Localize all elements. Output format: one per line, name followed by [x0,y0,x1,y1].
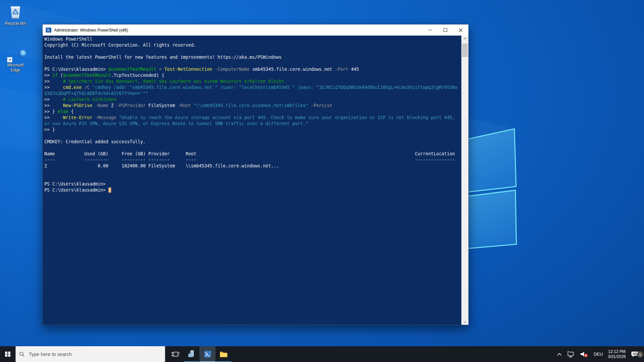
close-button[interactable] [453,24,468,36]
system-tray: DEU 12:12 PM 3/31/2025 1 [554,346,644,362]
terminal-line [44,133,459,139]
chevron-down-icon [464,321,466,323]
maximize-button[interactable] [438,24,453,36]
terminal-line [44,60,459,66]
file-explorer-icon [219,350,228,359]
terminal-line: PS C:\Users\klausadmin> $connectTestResu… [44,66,459,72]
taskbar-spacer [232,346,554,362]
shortcut-arrow-icon [7,57,12,62]
taskbar-item-server-manager[interactable] [183,346,199,362]
window-title: Administrator: Windows PowerShell (x86) [54,28,422,33]
terminal-line: >> Write-Error -Message "Unable to reach… [44,115,459,127]
tray-chevron-button[interactable] [554,346,564,362]
terminal-line [44,169,459,175]
edge-label: Microsoft Edge [2,63,29,73]
terminal-line: >> } else { [44,109,459,115]
powershell-titlebar-icon [46,28,51,33]
start-button[interactable] [0,346,15,362]
terminal-line: >> # Laufwerk einbinden [44,97,459,103]
powershell-icon [203,350,212,359]
close-icon [459,28,463,32]
search-icon [19,351,25,357]
volume-muted-icon [580,350,588,358]
terminal-line: CMDKEY: Credential added successfully. [44,139,459,145]
action-center-button[interactable]: 1 [628,346,644,362]
search-input[interactable] [28,351,162,357]
minimize-button[interactable] [422,24,438,36]
terminal-line: Copyright (C) Microsoft Corporation. All… [44,42,459,48]
terminal-line: Z 0.00 102400.00 FileSystem \\smb45345.f… [44,163,459,169]
terminal-line: Name Used (GB) Free (GB) Provider Root C… [44,151,459,157]
clock-time: 12:12 PM [608,349,626,354]
recycle-bin-icon [8,3,23,20]
taskbar: DEU 12:12 PM 3/31/2025 1 [0,346,644,362]
terminal-line: ---- --------- --------- -------- ---- -… [44,157,459,163]
scroll-down-button[interactable] [462,319,468,325]
terminal-line: >> # Speichern Sie das Kennwort, damit d… [44,79,459,85]
clock-date: 3/31/2025 [608,354,626,359]
window-titlebar[interactable]: Administrator: Windows PowerShell (x86) [43,24,468,36]
terminal-line: PS C:\Users\klausadmin> [44,187,459,193]
recycle-bin-label: Recycle Bin [2,21,29,26]
terminal-line: Windows PowerShell [44,36,459,42]
terminal-line: >> } [44,127,459,133]
terminal-line: PS C:\Users\klausadmin> [44,181,459,187]
network-tray-button[interactable] [564,346,577,362]
terminal-line: >> New-PSDrive -Name Z -PSProvider FileS… [44,103,459,109]
network-icon [567,351,575,358]
desktop-icon-microsoft-edge[interactable]: Microsoft Edge [2,46,29,73]
volume-tray-button[interactable] [577,346,591,362]
clock[interactable]: 12:12 PM 3/31/2025 [606,346,628,362]
terminal-line: Install the latest PowerShell for new fe… [44,54,459,60]
task-view-icon [171,350,180,359]
terminal-line [44,175,459,181]
chevron-up-icon [464,38,466,40]
maximize-icon [444,28,447,32]
powershell-window: Administrator: Windows PowerShell (x86) … [42,24,469,325]
terminal-line: >> cmd.exe /C "cmdkey /add:`"smb45345.fi… [44,85,459,97]
terminal-output: Windows PowerShellCopyright (C) Microsof… [44,36,459,193]
windows-logo-icon [5,352,10,357]
scroll-thumb[interactable] [462,44,468,57]
notification-badge: 1 [637,351,643,358]
taskbar-item-powershell[interactable] [199,346,216,362]
server-manager-icon [187,350,196,359]
terminal-line: >> if ($connectTestResult.TcpTestSucceed… [44,72,459,79]
taskbar-item-task-view[interactable] [167,346,183,362]
terminal-line [44,145,459,151]
search-box[interactable] [15,346,165,362]
terminal-cursor [108,188,111,193]
terminal-viewport[interactable]: Windows PowerShellCopyright (C) Microsof… [43,36,462,325]
terminal-line [44,48,459,54]
scrollbar[interactable] [461,36,468,325]
language-indicator[interactable]: DEU [591,346,606,362]
desktop: Recycle Bin Microsoft Edge Administrator… [0,0,644,362]
minimize-icon [428,30,432,30]
scroll-up-button[interactable] [462,36,468,41]
taskbar-item-file-explorer[interactable] [216,346,232,362]
chevron-up-icon [557,353,562,356]
desktop-icon-recycle-bin[interactable]: Recycle Bin [2,3,29,26]
